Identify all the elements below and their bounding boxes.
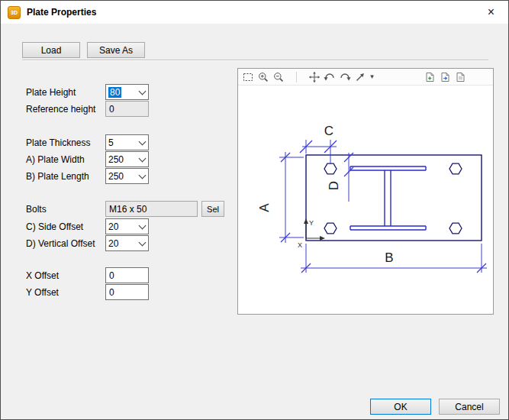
plate-height-label: Plate Height xyxy=(26,84,76,100)
plate-width-select[interactable]: 250 xyxy=(105,151,149,167)
cancel-button[interactable]: Cancel xyxy=(439,399,500,415)
toolbar-separator xyxy=(296,72,297,82)
side-offset-label: C) Side Offset xyxy=(26,218,83,234)
x-offset-label: X Offset xyxy=(26,267,59,283)
chevron-down-icon xyxy=(137,135,148,150)
rotate-ccw-icon xyxy=(324,71,336,83)
zoom-in-button[interactable] xyxy=(256,69,271,84)
plate-height-select[interactable]: 80 xyxy=(105,84,149,100)
chevron-down-icon xyxy=(137,152,148,166)
chevron-down-icon xyxy=(137,85,148,99)
vertical-offset-value: 20 xyxy=(106,238,137,249)
view-dropdown-button[interactable]: ▾ xyxy=(368,69,376,84)
plate-outline xyxy=(306,155,482,241)
dimension-labels: A B C D xyxy=(257,124,394,265)
sheet-save-icon xyxy=(454,71,466,83)
x-offset-value: 0 xyxy=(109,270,114,281)
save-as-button[interactable]: Save As xyxy=(87,42,145,58)
dimension-lines xyxy=(279,140,487,273)
app-icon-label: 3D xyxy=(11,10,18,15)
close-button[interactable]: × xyxy=(474,1,508,23)
app-icon: 3D xyxy=(8,6,21,19)
copy-image-button[interactable] xyxy=(422,69,437,84)
view-arrow-button[interactable] xyxy=(353,69,368,84)
reference-height-label: Reference height xyxy=(26,101,95,117)
plate-length-select[interactable]: 250 xyxy=(105,168,149,184)
ok-button[interactable]: OK xyxy=(370,399,431,415)
rotate-cw-button[interactable] xyxy=(337,69,353,84)
preview-panel: ▾ xyxy=(237,68,494,315)
load-button[interactable]: Load xyxy=(22,42,80,58)
dimension-c xyxy=(302,140,337,164)
bolt-hexagon xyxy=(324,163,337,174)
plate-width-label: A) Plate Width xyxy=(26,151,85,167)
toolbar-right-group xyxy=(422,69,468,84)
reference-height-field: 0 xyxy=(105,101,149,117)
vertical-offset-select[interactable]: 20 xyxy=(105,235,149,251)
dimension-a-label: A xyxy=(257,203,272,212)
reference-height-value: 0 xyxy=(109,104,114,115)
arrow-tool-icon xyxy=(354,71,366,83)
plate-length-value: 250 xyxy=(106,171,137,182)
preview-toolbar: ▾ xyxy=(238,69,493,86)
y-offset-input[interactable]: 0 xyxy=(105,284,149,300)
side-offset-select[interactable]: 20 xyxy=(105,218,149,234)
plate-thickness-label: Plate Thickness xyxy=(26,134,91,150)
marquee-icon xyxy=(242,71,254,83)
vertical-offset-label: D) Vertical Offset xyxy=(26,235,95,251)
pan-icon xyxy=(308,71,321,83)
side-offset-value: 20 xyxy=(106,221,137,232)
sheet-copy-icon xyxy=(424,71,436,83)
zoom-window-button[interactable] xyxy=(240,69,256,84)
bolts-value: M16 x 50 xyxy=(109,204,147,215)
chevron-down-icon xyxy=(137,169,148,183)
dimension-b xyxy=(301,244,487,273)
dimension-d-label: D xyxy=(327,181,341,190)
zoom-out-button[interactable] xyxy=(271,69,286,84)
sheet-export-icon xyxy=(439,71,451,83)
y-offset-value: 0 xyxy=(109,287,114,298)
dimension-c-label: C xyxy=(324,124,333,138)
dimension-b-label: B xyxy=(385,250,393,265)
plate-thickness-value: 5 xyxy=(106,137,137,148)
bolt-hexagon xyxy=(324,223,337,234)
plate-properties-dialog: 3D Plate Properties × Load Save As Plate… xyxy=(0,0,509,420)
titlebar: 3D Plate Properties × xyxy=(1,1,508,24)
axis-x-label: X xyxy=(298,241,302,249)
rotate-ccw-button[interactable] xyxy=(322,69,337,84)
close-icon: × xyxy=(488,5,495,19)
bolt-select-button[interactable]: Sel xyxy=(201,201,224,217)
chevron-down-icon xyxy=(137,236,148,250)
plate-length-label: B) Plate Length xyxy=(26,168,89,184)
bolts-label: Bolts xyxy=(26,201,47,217)
rotate-cw-icon xyxy=(339,71,351,83)
export-image-button[interactable] xyxy=(437,69,453,84)
bolt-hexagon xyxy=(449,163,462,174)
bolt-hexagons xyxy=(324,163,462,234)
plate-thickness-select[interactable]: 5 xyxy=(105,134,149,150)
axis-y-label: Y xyxy=(309,219,314,227)
zoom-in-icon xyxy=(257,71,269,83)
axis-indicator: Y X xyxy=(298,218,325,249)
plate-width-value: 250 xyxy=(106,154,137,165)
pan-button[interactable] xyxy=(307,69,322,84)
chevron-down-icon: ▾ xyxy=(370,73,374,80)
plate-drawing: A B C D Y X xyxy=(238,86,493,314)
chevron-down-icon xyxy=(137,219,148,234)
plate-height-value: 80 xyxy=(108,87,121,98)
dimension-a xyxy=(279,152,304,243)
window-title: Plate Properties xyxy=(27,7,96,18)
bolts-field: M16 x 50 xyxy=(105,201,198,217)
save-image-button[interactable] xyxy=(453,69,468,84)
x-offset-input[interactable]: 0 xyxy=(105,267,149,283)
zoom-out-icon xyxy=(272,71,285,83)
bolt-hexagon xyxy=(449,223,462,234)
y-offset-label: Y Offset xyxy=(26,284,59,300)
i-beam-section xyxy=(350,166,426,230)
separator xyxy=(22,60,488,61)
